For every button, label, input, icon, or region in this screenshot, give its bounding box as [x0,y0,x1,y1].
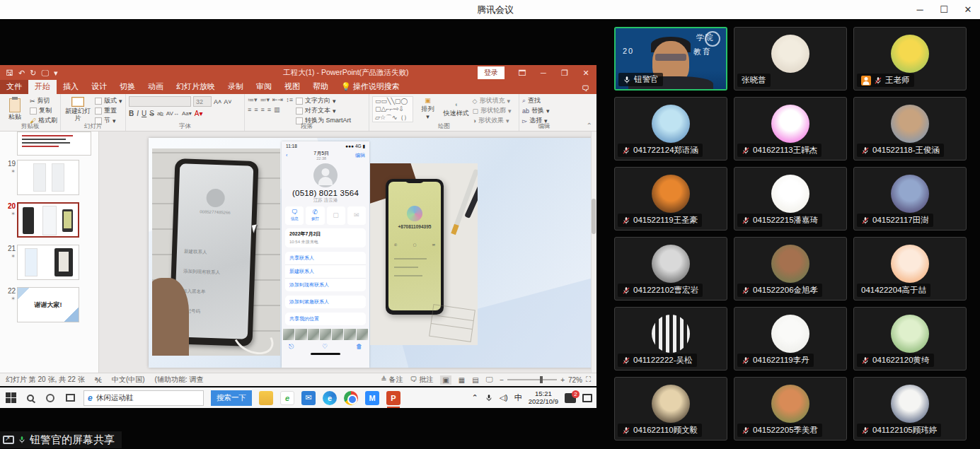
ppt-tab-文件[interactable]: 文件 [0,80,28,94]
find-button[interactable]: ⌕查找 [522,96,550,105]
reset-button[interactable]: 重置 [95,106,122,115]
shape-fill-button[interactable]: ◇形状填充▾ [473,96,512,105]
slide-thumbnail-pane[interactable]: 19✶ 20✶ 21✶ 22✶ 谢谢大家! [0,132,99,373]
arrange-button[interactable]: ▣排列▾ [416,96,440,122]
undo-icon[interactable]: ↶ [18,69,25,78]
ppt-tab-帮助[interactable]: 帮助 [306,80,335,94]
columns-button[interactable]: ▥ [274,106,280,113]
participant-tile[interactable]: 041222102曹宏岩 [614,237,727,301]
participant-tile[interactable]: 张晓普 [734,27,847,91]
tray-expand-icon[interactable]: ⌃ [471,393,478,402]
ie-search-box[interactable]: e休闲运动鞋 [83,390,204,406]
participant-tile[interactable]: 041622120黄绮 [853,307,967,371]
collapse-ribbon-icon[interactable]: ⌃ [587,122,592,129]
cut-button[interactable]: ✂剪切 [30,96,57,105]
slide-canvas-area[interactable]: 0085277485266 新建联系人添加到现有联系人加入黑名单标记号码 11:… [99,132,596,373]
participant-tile[interactable]: 041522118-王俊涵 [853,97,967,161]
task-view-icon[interactable] [64,392,76,404]
action-center-icon[interactable] [582,394,592,402]
cortana-icon[interactable] [44,392,57,404]
italic-button[interactable]: I [137,110,139,117]
ppt-tab-切换[interactable]: 切换 [113,80,142,94]
align-right-button[interactable]: ≡ [261,106,265,113]
comments-bubble-icon[interactable]: 🗨 [582,84,589,93]
participant-tile[interactable]: 041522119王圣豪 [614,167,727,231]
zoom-slider[interactable] [507,379,557,380]
mail-app-icon[interactable]: ✉ [301,391,316,405]
underline-button[interactable]: U [142,110,146,117]
ppt-close-button[interactable]: ✕ [575,65,596,81]
bullets-button[interactable]: ≔▾ [248,96,258,103]
start-button[interactable] [4,392,17,404]
ppt-tab-录制[interactable]: 录制 [221,80,250,94]
slide-thumbnail[interactable]: 22✶ 谢谢大家! [3,287,96,322]
replace-button[interactable]: ab替换▾ [522,106,550,115]
ribbon-options-icon[interactable]: 🗖 [512,65,533,81]
participant-tile[interactable]: 041522215潘嘉琦 [734,167,847,231]
change-case-button[interactable]: Aa▾ [182,110,192,117]
text-direction-button[interactable]: 文字方向▾ [296,96,351,105]
font-size-box[interactable]: 32 [193,96,212,107]
ppt-tab-设计[interactable]: 设计 [85,80,113,94]
bold-button[interactable]: B [129,110,134,117]
grow-font-button[interactable]: A˄ [214,96,221,107]
view-sorter-icon[interactable]: ▦ [459,376,465,384]
view-reading-icon[interactable]: ▤ [472,376,478,384]
ppt-tab-开始[interactable]: 开始 [28,80,57,94]
ppt-tab-动画[interactable]: 动画 [142,80,170,94]
ppt-tab-插入[interactable]: 插入 [57,80,85,94]
slide-thumbnail[interactable]: 19✶ [3,160,96,195]
numbering-button[interactable]: ≕▾ [260,96,270,103]
ime-indicator[interactable]: 中 [514,392,522,403]
powerpoint-taskbar-icon[interactable]: P [386,391,400,405]
participant-tile[interactable]: 041522205季美君 [734,377,847,441]
qat-more-icon[interactable]: ▾ [54,69,58,78]
slide-thumbnail[interactable]: 20✶ [3,202,96,238]
participant-tile[interactable]: 041522206金旭孝 [734,237,847,301]
notification-icon[interactable]: 2 [565,393,576,403]
shape-outline-button[interactable]: ▢形状轮廓▾ [473,106,512,115]
redo-icon[interactable]: ↻ [30,69,36,78]
spellcheck-icon[interactable]: ℀ [95,376,102,384]
ppt-tab-视图[interactable]: 视图 [278,80,306,94]
thumbnail-partial[interactable] [17,132,91,156]
edge-icon[interactable]: e [323,391,337,405]
participant-tile[interactable]: 041622119李丹 [734,307,847,371]
ppt-tab-操作说明搜索[interactable]: 💡 操作说明搜索 [335,80,406,94]
browser-360-icon[interactable]: e [280,391,294,405]
font-color-button[interactable]: A▾ [195,110,203,117]
ppt-tab-幻灯片放映[interactable]: 幻灯片放映 [170,80,221,94]
tray-volume-icon[interactable]: ◁) [500,393,508,402]
participant-tile[interactable]: 王老师 [853,27,967,91]
tray-clock[interactable]: 15:212022/10/9 [529,390,558,406]
language-status[interactable]: 中文(中国) [112,375,145,385]
align-left-button[interactable]: ≡ [248,106,251,113]
participant-tile[interactable]: 041122105顾玮婷 [853,377,967,441]
ppt-restore-button[interactable]: ❐ [554,65,575,81]
slide-thumbnail[interactable]: 21✶ [3,245,96,280]
taskbar-search-icon[interactable] [24,392,37,404]
shrink-font-button[interactable]: A˅ [224,96,231,107]
chrome-icon[interactable] [344,391,358,405]
slideshow-icon[interactable]: 🖵 [41,69,49,78]
signin-button[interactable]: 登录 [478,66,505,79]
zoom-in-button[interactable]: + [560,376,565,384]
char-spacing-button[interactable]: AV↔ [166,110,179,117]
slide-20[interactable]: 0085277485266 新建联系人添加到现有联系人加入黑名单标记号码 11:… [149,138,593,368]
participant-tile[interactable]: 041422204高于喆 [853,237,967,301]
align-center-button[interactable]: ≡ [254,106,258,113]
comments-toggle[interactable]: 🗨 批注 [410,375,434,385]
participant-tile[interactable]: 041622110顾文毅 [614,377,727,441]
ppt-tab-审阅[interactable]: 审阅 [250,80,278,94]
maximize-button[interactable]: ☐ [932,0,956,19]
ppt-minimize-button[interactable]: ─ [533,65,554,81]
zoom-level[interactable]: 72% [568,376,582,384]
participant-tile[interactable]: 041522117田澍 [853,167,967,231]
paste-button[interactable]: 粘贴 [3,96,27,122]
strikethrough-button[interactable]: S [149,110,154,117]
search-go-button[interactable]: 搜索一下 [211,390,252,406]
participant-tile[interactable]: 041122222-吴松 [614,307,727,371]
file-explorer-icon[interactable] [259,391,273,405]
view-slideshow-icon[interactable]: 🖵 [486,375,493,384]
layout-button[interactable]: 版式▾ [95,96,122,105]
